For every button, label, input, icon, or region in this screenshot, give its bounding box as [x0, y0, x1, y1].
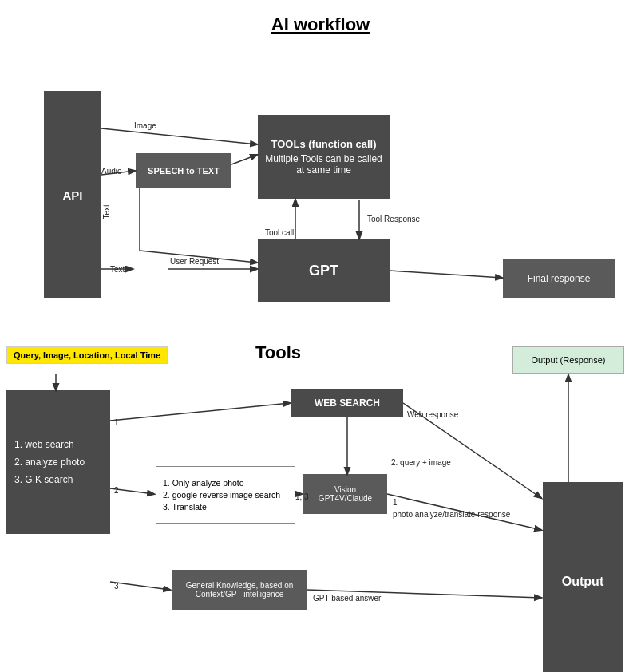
- list-item: 2. analyze photo: [14, 457, 102, 468]
- photo-translate-label: photo analyze/translate response: [393, 510, 510, 519]
- query-box: Query, Image, Location, Local Time: [6, 346, 168, 364]
- num13-label: 1, 3: [295, 492, 309, 501]
- num3-label: 3: [114, 582, 119, 591]
- gpt-box: GPT: [258, 239, 390, 302]
- gpt-answer-label: GPT based answer: [313, 594, 381, 603]
- svg-line-17: [110, 582, 170, 590]
- top-diagram: API SPEECH to TEXT TOOLs (function call)…: [0, 43, 641, 330]
- list-item: 3. Translate: [163, 502, 288, 512]
- text-bottom-label: Text: [110, 265, 125, 274]
- output-box: Output: [543, 482, 623, 672]
- gk-box: General Knowledge, based on Context/GPT …: [172, 570, 307, 610]
- text-vertical-label: Text: [102, 204, 111, 219]
- svg-line-2: [231, 155, 257, 164]
- image-label: Image: [134, 121, 156, 130]
- num1b-label: 1: [393, 498, 398, 507]
- api-box: API: [44, 91, 101, 298]
- list-item: 2. google reverse image search: [163, 490, 288, 500]
- audio-label: Audio: [101, 167, 122, 176]
- web-search-box: WEB SEARCH: [291, 389, 403, 417]
- speech-box: SPEECH to TEXT: [136, 153, 231, 188]
- bottom-diagram: Query, Image, Location, Local Time Tools…: [0, 334, 641, 672]
- list-item: 1. web search: [14, 439, 102, 450]
- list-item: 3. G.K search: [14, 474, 102, 485]
- tool-response-label: Tool Response: [367, 215, 420, 223]
- query-image-label: 2. query + image: [391, 458, 451, 467]
- tools-section-title: Tools: [255, 342, 301, 363]
- num2-label: 2: [114, 486, 119, 495]
- tools-box: TOOLs (function call) Multiple Tools can…: [258, 115, 390, 199]
- list-item: 1. Only analyze photo: [163, 478, 288, 488]
- vision-box: Vision GPT4V/Claude: [303, 474, 387, 514]
- web-response-label: Web response: [407, 410, 458, 419]
- tool-call-label: Tool call: [265, 228, 294, 237]
- svg-line-0: [101, 128, 257, 144]
- final-response-box: Final response: [503, 259, 615, 298]
- svg-line-11: [110, 403, 290, 421]
- left-list-box: 1. web search 2. analyze photo 3. G.K se…: [6, 390, 110, 534]
- user-request-label: User Request: [170, 257, 219, 266]
- output-response-box: Output (Response): [512, 346, 624, 374]
- num1-label: 1: [114, 418, 119, 427]
- page-title: AI workflow: [0, 0, 641, 43]
- photo-list-box: 1. Only analyze photo 2. google reverse …: [156, 466, 295, 524]
- svg-line-7: [390, 271, 502, 278]
